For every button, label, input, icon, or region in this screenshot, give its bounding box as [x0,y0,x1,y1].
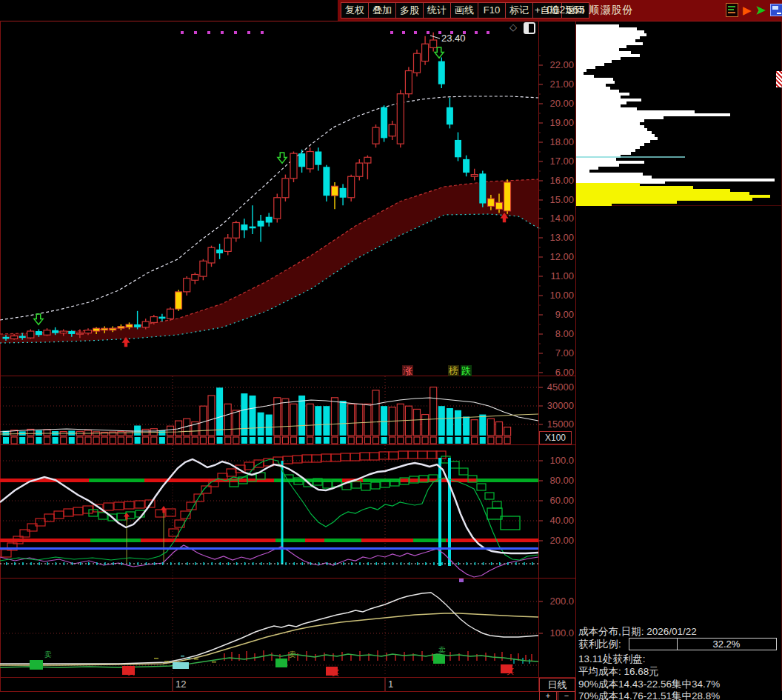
zoom-out-button[interactable]: − [558,691,575,700]
indicator1-axis-label: 60.00 [540,495,574,506]
green-arrow-icon[interactable]: ➤ [756,4,766,17]
toolbar-button-7[interactable]: 标记 [506,2,533,19]
price-axis-label: 10.00 [540,290,574,301]
cost-distribution-panel[interactable] [576,21,782,206]
list-icon[interactable] [726,3,738,17]
price-axis-label: 12.00 [540,251,574,262]
peak-price-label: 23.40 [441,33,466,44]
indicator2-axis-label: 100.0 [540,627,574,639]
indicator1-panel[interactable] [0,445,538,578]
cost-70-line: 70%成本14.76-21.51集中28.8% [578,690,720,700]
average-cost-line: 平均成本: 16.68元 [578,665,659,679]
toolbar-button-6[interactable]: F10 [478,2,506,19]
indicator2-axis-label: 200.0 [540,596,574,607]
price-axis-label: 20.00 [540,98,574,109]
price-axis-label: 19.00 [540,117,574,128]
price-axis-label: 16.00 [540,175,574,186]
price-axis-label: 18.00 [540,136,574,147]
price-axis-label: 6.00 [540,367,574,378]
volume-axis-label: 15000 [540,419,574,430]
profit-position-line: 13.11处获利盘: [578,653,646,666]
volume-unit-label: X100 [539,431,572,444]
price-axis-label: 22.00 [540,59,574,70]
indicator2-panel[interactable] [0,579,538,677]
period-selector[interactable]: 日线 [539,678,575,692]
split-window-icon[interactable] [524,22,535,34]
price-axis-label: 17.00 [540,156,574,167]
price-axis-label: 21.00 [540,79,574,90]
tag-zhang[interactable]: 涨 [402,365,413,376]
stock-title: 002565 顺灏股份 [547,4,634,17]
indicator1-axis-label: 80.00 [540,475,574,486]
toolbar-button-1[interactable]: 复权 [341,2,369,19]
price-axis-label: 11.00 [540,270,574,281]
profit-ratio-bar: 32.2% [629,638,777,650]
indicator1-axis-label: 100.0 [540,455,574,466]
toolbar: 复权叠加多股统计画线F10标记+自选返回 002565 顺灏股份 ▶ ➤ [0,0,782,21]
toolbar-button-3[interactable]: 多股 [396,2,424,19]
time-axis-label: 1 [388,679,393,690]
price-axis-label: 15.00 [540,194,574,205]
cost-distribution-date: 成本分布,日期: 2026/01/22 [578,625,697,639]
blue-window-icon[interactable] [770,4,782,16]
profit-ratio-value: 32.2% [677,639,776,650]
tag-bang[interactable]: 榜 [448,365,459,376]
volume-axis-label: 45000 [540,381,574,393]
price-axis-label: 13.00 [540,232,574,243]
price-axis-label: 7.00 [540,347,574,359]
price-axis-label: 14.00 [540,213,574,224]
tdx-window: 卖买卖买卖买 复权叠加多股统计画线F10标记+自选返回 002565 顺灏股份 … [0,0,782,700]
toolbar-background: 复权叠加多股统计画线F10标记+自选返回 002565 顺灏股份 ▶ ➤ [338,0,782,21]
profit-ratio-label: 获利比例: [578,638,621,651]
indicator1-axis-label: 40.00 [540,515,574,526]
indicator1-axis-label: 20.00 [540,535,574,546]
toolbar-button-5[interactable]: 画线 [451,2,478,19]
toolbar-button-2[interactable]: 叠加 [369,2,396,19]
time-axis-label: 12 [176,679,186,690]
main-chart-panel[interactable] [0,21,538,376]
volume-axis-label: 30000 [540,400,574,411]
price-axis-label: 8.00 [540,328,574,339]
orange-arrow-icon[interactable]: ▶ [743,4,752,17]
tag-die[interactable]: 跌 [461,365,472,376]
toolbar-button-4[interactable]: 统计 [424,2,451,19]
price-axis-label: 9.00 [540,309,574,320]
zoom-in-button[interactable]: + [539,691,557,700]
diamond-icon[interactable]: ◇ [509,21,517,33]
scrollbar-thumb[interactable] [776,71,782,87]
volume-panel[interactable] [0,376,538,444]
